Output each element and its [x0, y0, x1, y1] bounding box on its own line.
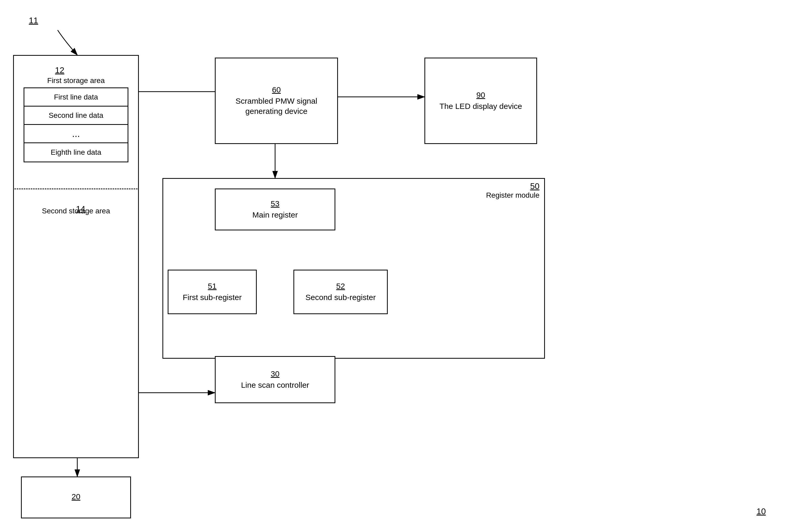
- label-first-storage: First storage area: [21, 76, 131, 85]
- dashed-separator: [14, 189, 137, 189]
- label-60: Scrambled PMW signalgenerating device: [236, 96, 317, 116]
- box-53: 53 Main register: [215, 189, 335, 230]
- box-30: 30 Line scan controller: [215, 356, 335, 403]
- line-data-1: First line data: [24, 88, 128, 107]
- ref-30: 30: [271, 369, 279, 378]
- ref-50: 50: [530, 182, 539, 191]
- ref-20: 20: [72, 492, 80, 501]
- label-53: Main register: [252, 210, 298, 220]
- line-data-2: Second line data: [24, 107, 128, 125]
- line-data-8: Eighth line data: [24, 143, 128, 162]
- storage-lines-box: First line data Second line data ... Eig…: [23, 88, 128, 162]
- label-10: 10: [756, 507, 766, 516]
- ref-12: 12: [55, 65, 165, 75]
- ref-14: 14: [76, 204, 86, 214]
- ref-51: 51: [208, 282, 216, 291]
- label-11: 11: [29, 16, 38, 25]
- ref-90: 90: [476, 91, 485, 99]
- box-90: 90 The LED display device: [424, 58, 537, 144]
- ref-60: 60: [272, 86, 281, 94]
- label-51: First sub-register: [183, 292, 242, 302]
- line-data-dots: ...: [24, 125, 128, 143]
- diagram: 11 12 First storage area First line data…: [0, 0, 792, 532]
- label-30: Line scan controller: [241, 380, 309, 390]
- storage-area-14: 14 Second storage area: [21, 204, 131, 215]
- storage-area-12: 12 First storage area First line data Se…: [21, 63, 131, 162]
- label-90: The LED display device: [439, 101, 522, 111]
- label-52: Second sub-register: [306, 292, 376, 302]
- box-52: 52 Second sub-register: [293, 270, 388, 314]
- box-60: 60 Scrambled PMW signalgenerating device: [215, 58, 338, 144]
- ref-52: 52: [336, 282, 345, 291]
- box-20: 20: [21, 476, 131, 518]
- ref-53: 53: [271, 199, 279, 208]
- box-51: 51 First sub-register: [168, 270, 257, 314]
- label-50: Register module: [486, 191, 539, 200]
